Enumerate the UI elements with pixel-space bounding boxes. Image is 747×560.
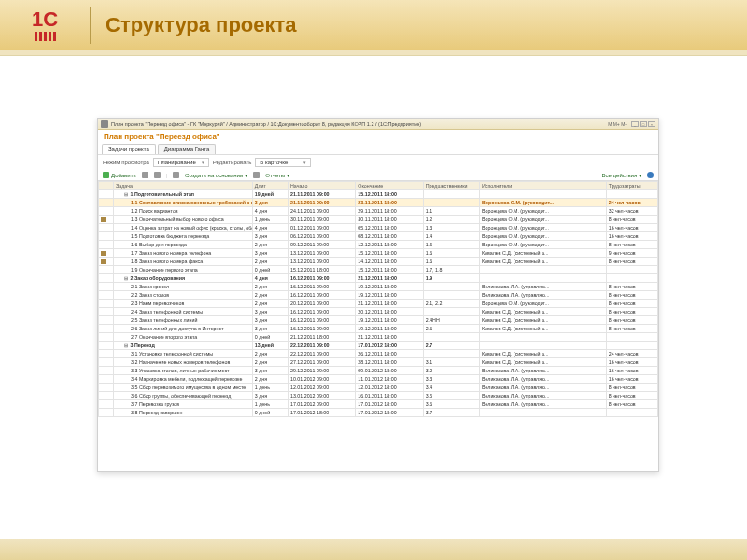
table-row[interactable]: 1.7 Заказ нового номера телефона3 дня13.…: [99, 249, 658, 258]
table-row[interactable]: 1.4 Оценка затрат на новый офис (краска,…: [99, 224, 658, 232]
table-row[interactable]: 1.3 Окончательный выбор нового офиса1 де…: [99, 216, 658, 224]
edit-mode-label: Редактировать: [213, 160, 251, 165]
plus-icon: [103, 172, 109, 178]
slide-footer: [0, 539, 747, 560]
table-row[interactable]: 3.5 Сбор перевозимого имущества в одном …: [99, 384, 658, 392]
table-row[interactable]: 3.1 Установка телефонной системы2 дня22.…: [99, 350, 658, 358]
table-row[interactable]: 2.2 Заказ столов2 дня16.12.2011 09:0019.…: [99, 291, 658, 300]
logo-1c: 1C: [17, 5, 73, 46]
memory-buttons[interactable]: M M+ M-: [608, 121, 627, 127]
table-row[interactable]: 3.6 Сбор группы, обеспечивающей переезд3…: [99, 392, 658, 400]
tabs: Задачи проекта Диаграмма Ганта: [98, 144, 658, 155]
col-dur[interactable]: Длит: [252, 182, 288, 190]
table-row[interactable]: 3.8 Переезд завершен0 дней17.01.2012 18:…: [99, 409, 658, 417]
window-title: План проекта "Переезд офиса" - ГК "Мерку…: [111, 121, 421, 127]
table-row[interactable]: ⊟ 2 Заказ оборудования4 дня16.12.2011 09…: [99, 274, 658, 283]
table-row[interactable]: 2.6 Заказ линий для доступа в Интернет3 …: [99, 325, 658, 333]
col-lab[interactable]: Трудозатраты: [606, 182, 657, 190]
table-row[interactable]: 1.8 Заказ нового номера факса2 дня13.12.…: [99, 258, 658, 266]
delete-icon[interactable]: [154, 172, 161, 178]
col-end[interactable]: Окончание: [356, 182, 423, 190]
table-row[interactable]: 2.1 Заказ кресел2 дня16.12.2011 09:0019.…: [99, 283, 658, 291]
print-icon[interactable]: [253, 172, 260, 178]
table-row[interactable]: 3.4 Маркировка мебели, подлежащей перево…: [99, 375, 658, 384]
slide-title: Структура проекта: [106, 13, 297, 37]
view-params: Режим просмотра Планирование Редактирова…: [98, 155, 658, 170]
refresh-icon[interactable]: [173, 172, 179, 178]
slide-header: 1C Структура проекта: [0, 0, 747, 50]
toolbar: Добавить | Создать на основании ▾ Отчеты…: [98, 170, 658, 181]
table-row[interactable]: ⊟ 1 Подготовительный этап19 дней21.11.20…: [99, 190, 658, 199]
table-row[interactable]: 1.9 Окончание первого этапа0 дней15.12.2…: [99, 266, 658, 274]
app-titlebar[interactable]: План проекта "Переезд офиса" - ГК "Мерку…: [98, 119, 658, 130]
table-row[interactable]: 2.4 Заказ телефонной системы3 дня16.12.2…: [99, 308, 658, 316]
tasks-grid[interactable]: Задача Длит Начало Окончание Предшествен…: [98, 181, 658, 417]
help-icon[interactable]: [647, 172, 654, 178]
table-row[interactable]: 1.1 Составление списка основных требован…: [99, 199, 658, 207]
table-row[interactable]: 3.2 Назначение новых номеров телефонов2 …: [99, 358, 658, 367]
expander-icon[interactable]: ⊟: [123, 275, 129, 281]
create-based-button[interactable]: Создать на основании ▾: [185, 172, 247, 178]
expander-icon[interactable]: ⊟: [123, 191, 129, 197]
table-row[interactable]: 3.3 Упаковка столов, личных рабочих мест…: [99, 367, 658, 375]
window-controls[interactable]: _□×: [630, 121, 655, 127]
add-button[interactable]: Добавить: [103, 172, 136, 178]
all-actions-button[interactable]: Все действия ▾: [602, 172, 641, 178]
table-row[interactable]: 1.2 Поиск вариантов4 дня24.11.2011 09:00…: [99, 207, 658, 216]
task-marker-icon: [101, 259, 106, 264]
reports-button[interactable]: Отчеты ▾: [265, 172, 289, 178]
table-row[interactable]: 2.7 Окончание второго этапа0 дней21.12.2…: [99, 333, 658, 342]
col-start[interactable]: Начало: [289, 182, 356, 190]
table-row[interactable]: 1.5 Подготовка бюджета переезда3 дня06.1…: [99, 232, 658, 241]
edit-icon[interactable]: [142, 172, 148, 178]
tab-tasks[interactable]: Задачи проекта: [102, 144, 156, 154]
col-exec[interactable]: Исполнители: [480, 182, 607, 190]
tab-gantt[interactable]: Диаграмма Ганта: [158, 144, 216, 154]
document-title: План проекта "Переезд офиса": [98, 130, 658, 144]
edit-mode-select[interactable]: В карточке: [255, 158, 311, 167]
table-row[interactable]: 3.7 Перевозка грузов1 день17.01.2012 09:…: [99, 400, 658, 409]
task-marker-icon: [101, 251, 106, 256]
col-task[interactable]: Задача: [114, 182, 253, 190]
table-row[interactable]: ⊟ 3 Переезд13 дней22.12.2011 09:0017.01.…: [99, 342, 658, 350]
expander-icon[interactable]: ⊟: [123, 343, 129, 348]
table-row[interactable]: 1.6 Выбор дня переезда2 дня09.12.2011 09…: [99, 241, 658, 249]
table-row[interactable]: 2.3 Наем перевозчиков2 дня20.12.2011 09:…: [99, 300, 658, 308]
table-row[interactable]: 2.5 Заказ телефонных линий3 дня16.12.201…: [99, 316, 658, 325]
col-pred[interactable]: Предшественники: [423, 182, 479, 190]
view-mode-select[interactable]: Планирование: [153, 158, 209, 167]
view-mode-label: Режим просмотра: [103, 160, 149, 165]
app-window: План проекта "Переезд офиса" - ГК "Мерку…: [97, 118, 659, 472]
grid-header-row: Задача Длит Начало Окончание Предшествен…: [99, 182, 658, 190]
task-marker-icon: [101, 217, 106, 222]
window-icon: [101, 120, 108, 128]
